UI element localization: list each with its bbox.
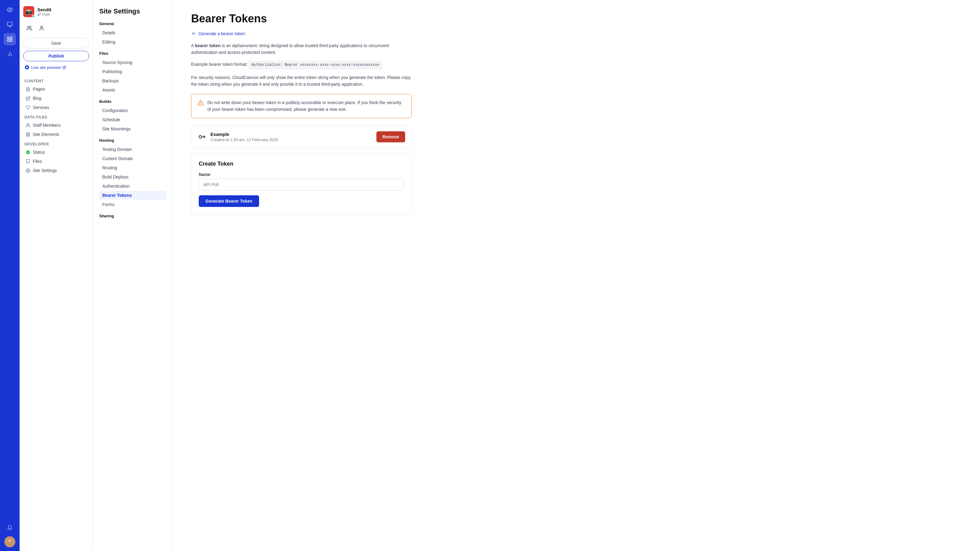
user-icons	[23, 23, 89, 33]
svg-rect-4	[8, 37, 10, 39]
svg-point-22	[27, 123, 28, 125]
token-name: Example	[210, 132, 278, 137]
nav-status[interactable]: Status	[23, 148, 89, 157]
settings-group-sharing: Sharing	[99, 214, 166, 218]
svg-point-18	[26, 67, 27, 68]
content-section-label: Content	[23, 77, 89, 84]
settings-nav-forms[interactable]: Forms	[99, 200, 166, 209]
grid-icon-btn[interactable]	[4, 33, 16, 45]
svg-point-15	[28, 26, 30, 28]
svg-rect-6	[8, 40, 10, 41]
icon-bar-bottom	[4, 522, 16, 547]
settings-nav-editing[interactable]: Editing	[99, 38, 166, 46]
avatar[interactable]	[4, 536, 15, 547]
nav-files[interactable]: Files	[23, 157, 89, 166]
settings-nav-backups[interactable]: Backups	[99, 76, 166, 85]
icon-bar	[0, 0, 20, 551]
page-title: Bearer Tokens	[191, 12, 962, 25]
nav-status-label: Status	[33, 150, 45, 155]
settings-nav-source-syncing[interactable]: Source Syncing	[99, 58, 166, 67]
create-token-title: Create Token	[199, 161, 404, 167]
nav-site-elements-label: Site Elements	[33, 132, 59, 137]
remove-token-button[interactable]: Remove	[376, 131, 405, 142]
app-info: Sendit main	[37, 7, 51, 16]
token-card-left: Example Created at 1:33 am, 13 February …	[197, 132, 278, 142]
app-icon: 📸	[23, 6, 34, 17]
svg-point-0	[9, 9, 11, 11]
settings-nav-assets[interactable]: Assets	[99, 86, 166, 94]
token-info: Example Created at 1:33 am, 13 February …	[210, 132, 278, 142]
settings-nav-details[interactable]: Details	[99, 29, 166, 37]
user-icon-btn[interactable]	[37, 23, 46, 33]
developer-section-label: Developer	[23, 140, 89, 148]
settings-group-builds: Builds	[99, 99, 166, 104]
svg-point-16	[41, 26, 43, 28]
chart-icon-btn[interactable]	[4, 48, 16, 60]
bearer-token-bold: bearer token	[195, 43, 221, 48]
svg-rect-26	[29, 135, 30, 136]
nav-blog[interactable]: Blog	[23, 94, 89, 103]
svg-rect-29	[191, 32, 196, 35]
save-button[interactable]: Save	[23, 38, 89, 48]
settings-panel-title: Site Settings	[99, 7, 166, 15]
app-name: Sendit	[37, 7, 51, 12]
settings-nav-publishing[interactable]: Publishing	[99, 67, 166, 76]
settings-nav-routing[interactable]: Routing	[99, 164, 166, 172]
nav-site-settings-label: Site Settings	[33, 168, 57, 173]
settings-nav-authentication[interactable]: Authentication	[99, 182, 166, 191]
link-icon	[191, 31, 196, 36]
main-content: Bearer Tokens Generate a bearer token A …	[173, 0, 980, 551]
nav-site-elements[interactable]: Site Elements	[23, 130, 89, 139]
nav-pages[interactable]: Pages	[23, 84, 89, 94]
nav-services[interactable]: Services	[23, 103, 89, 112]
warning-icon	[197, 100, 204, 106]
nav-site-settings[interactable]: Site Settings	[23, 166, 89, 175]
settings-nav-bearer-tokens[interactable]: Bearer Tokens	[99, 191, 166, 200]
svg-rect-25	[26, 135, 27, 136]
svg-rect-23	[26, 133, 27, 134]
app-branch: main	[37, 12, 51, 16]
security-note: For security reasons, CloudCannon will o…	[191, 74, 412, 88]
settings-nav-testing-domain[interactable]: Testing Domain	[99, 145, 166, 154]
data-files-section-label: Data Files	[23, 113, 89, 121]
app-status-dot	[32, 15, 35, 18]
svg-point-28	[27, 170, 29, 171]
settings-group-general: General	[99, 21, 166, 26]
bell-icon-btn[interactable]	[4, 522, 16, 534]
warning-text: Do not write down your bearer token in a…	[207, 99, 405, 113]
nav-blog-label: Blog	[33, 96, 41, 101]
example-label: Example bearer token format: Authorizati…	[191, 61, 412, 69]
settings-nav-configuration[interactable]: Configuration	[99, 106, 166, 115]
settings-panel: Site Settings General Details Editing Fi…	[93, 0, 173, 551]
svg-rect-1	[7, 22, 13, 26]
nav-staff-members-label: Staff Members	[33, 123, 60, 128]
token-name-input[interactable]	[199, 179, 404, 191]
svg-point-11	[9, 540, 11, 542]
team-icon-btn[interactable]	[24, 23, 34, 33]
token-card: Example Created at 1:33 am, 13 February …	[191, 125, 412, 148]
settings-nav-site-mountings[interactable]: Site Mountings	[99, 125, 166, 133]
generate-bearer-token-link[interactable]: Generate a bearer token	[191, 31, 962, 36]
warning-box: Do not write down your bearer token in a…	[191, 94, 412, 118]
nav-staff-members[interactable]: Staff Members	[23, 121, 89, 130]
settings-nav-schedule[interactable]: Schedule	[99, 115, 166, 124]
svg-line-19	[64, 66, 66, 68]
code-example: Authorization: Bearer xxxxxxxx-xxxx-xxxx…	[249, 61, 382, 69]
generate-bearer-token-button[interactable]: Generate Bearer Token	[199, 195, 259, 207]
app-header: 📸 Sendit main	[23, 5, 89, 18]
sidebar: 📸 Sendit main Save Publish	[20, 0, 93, 551]
settings-nav-custom-domain[interactable]: Custom Domain	[99, 154, 166, 163]
svg-rect-7	[10, 40, 12, 41]
monitor-icon-btn[interactable]	[4, 18, 16, 30]
live-preview-link[interactable]: Live site preview	[23, 65, 89, 70]
create-token-box: Create Token Name Generate Bearer Token	[191, 153, 412, 214]
settings-group-files: Files	[99, 51, 166, 56]
nav-pages-label: Pages	[33, 87, 45, 92]
external-link-icon	[62, 65, 66, 69]
description-text: A bearer token is an alphanumeric string…	[191, 42, 412, 56]
nav-files-label: Files	[33, 159, 42, 164]
svg-rect-5	[10, 37, 12, 39]
publish-button[interactable]: Publish	[23, 51, 89, 61]
eye-icon-btn[interactable]	[4, 4, 16, 16]
settings-nav-build-deploys[interactable]: Build Deploys	[99, 173, 166, 181]
